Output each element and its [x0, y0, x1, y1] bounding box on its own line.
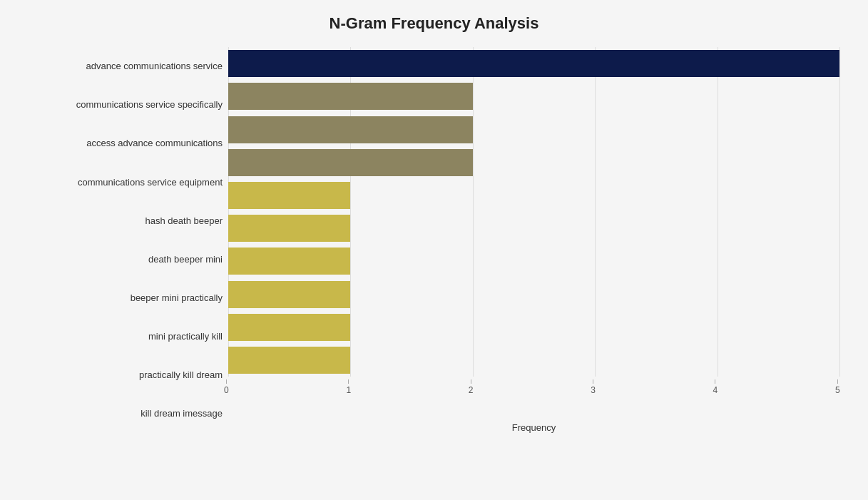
x-tick-label: 1 [346, 385, 351, 395]
plot-area: 012345 Frequency [228, 47, 839, 433]
x-tick-line [348, 379, 349, 384]
bar-row [228, 344, 839, 377]
x-axis-label: Frequency [228, 422, 839, 433]
x-tick: 4 [713, 379, 718, 395]
x-tick: 0 [224, 379, 229, 395]
x-axis: 012345 [228, 379, 839, 408]
bars-wrapper [228, 47, 839, 377]
x-tick-line [593, 379, 593, 384]
bar [228, 116, 473, 143]
bar [228, 50, 839, 77]
bar-row [228, 113, 839, 146]
grid-line [839, 47, 840, 377]
y-label: access advance communications [86, 124, 223, 163]
y-label: communications service specifically [76, 86, 223, 124]
bar-row [228, 311, 839, 344]
y-label: hash death beeper [145, 201, 223, 240]
bar [228, 314, 350, 341]
x-tick: 2 [469, 379, 474, 395]
y-labels: advance communications servicecommunicat… [29, 47, 228, 433]
x-tick-label: 2 [469, 385, 474, 395]
x-tick-line [715, 379, 715, 384]
x-tick: 5 [835, 379, 840, 395]
bar-row [228, 47, 839, 80]
y-label: kill dream imessage [141, 394, 223, 433]
x-tick: 3 [591, 379, 596, 395]
bar [228, 215, 350, 242]
x-tick-label: 5 [835, 385, 840, 395]
x-tick-label: 4 [713, 385, 718, 395]
chart-area: advance communications servicecommunicat… [29, 47, 839, 433]
x-tick: 1 [346, 379, 351, 395]
x-tick-line [837, 379, 838, 384]
bar [228, 83, 473, 110]
bar [228, 182, 350, 209]
y-label: mini practically kill [148, 317, 223, 356]
bar-row [228, 179, 839, 212]
bar-row [228, 146, 839, 179]
y-label: practically kill dream [139, 356, 223, 394]
y-label: advance communications service [86, 47, 223, 86]
bar [228, 248, 350, 275]
bar-row [228, 212, 839, 245]
x-tick-label: 0 [224, 385, 229, 395]
bar-row [228, 245, 839, 277]
y-label: beeper mini practically [131, 279, 223, 317]
chart-container: N-Gram Frequency Analysis advance commun… [0, 0, 868, 500]
y-label: communications service equipment [78, 163, 223, 201]
bar-row [228, 80, 839, 113]
chart-title: N-Gram Frequency Analysis [29, 14, 839, 33]
x-tick-label: 3 [591, 385, 596, 395]
bar [228, 149, 473, 176]
y-label: death beeper mini [148, 240, 223, 278]
bar-row [228, 277, 839, 310]
bar [228, 281, 350, 308]
x-tick-line [226, 379, 227, 384]
bar [228, 347, 350, 374]
x-tick-line [471, 379, 471, 384]
